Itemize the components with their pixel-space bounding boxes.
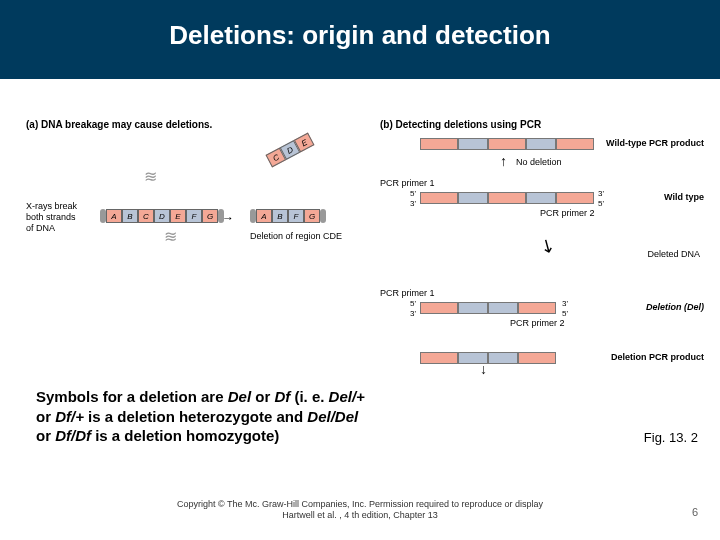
seg: A bbox=[256, 209, 272, 223]
barseg bbox=[458, 352, 488, 364]
barseg bbox=[488, 352, 518, 364]
end-3: 3' bbox=[410, 310, 416, 318]
barseg bbox=[458, 192, 488, 204]
t: Del bbox=[228, 388, 251, 405]
end-3: 3' bbox=[410, 200, 416, 208]
seg: D bbox=[154, 209, 170, 223]
barseg bbox=[420, 352, 458, 364]
barseg bbox=[420, 302, 458, 314]
seg: B bbox=[272, 209, 288, 223]
t: Df bbox=[274, 388, 290, 405]
no-deletion-label: No deletion bbox=[516, 157, 562, 167]
page-title: Deletions: origin and detection bbox=[0, 20, 720, 51]
seg: C bbox=[138, 209, 154, 223]
seg: A bbox=[106, 209, 122, 223]
seg: G bbox=[202, 209, 218, 223]
panel-b-label: (b) Detecting deletions using PCR bbox=[380, 119, 700, 130]
wt-template-bar bbox=[420, 192, 594, 204]
seg: F bbox=[186, 209, 202, 223]
primer2-label: PCR primer 2 bbox=[540, 208, 595, 218]
barseg bbox=[556, 192, 594, 204]
del-template-row: PCR primer 1 5' 3' 3' 5' Deletion (Del) … bbox=[380, 288, 700, 332]
primer2-label: PCR primer 2 bbox=[510, 318, 565, 328]
xray-caption: X-rays break both strands of DNA bbox=[26, 201, 77, 233]
t: or bbox=[36, 427, 55, 444]
end-3r: 3' bbox=[562, 300, 568, 308]
wt-product-bar bbox=[420, 138, 594, 150]
page-number: 6 bbox=[692, 506, 698, 518]
barseg bbox=[488, 302, 518, 314]
floating-deleted-segment: C D E bbox=[266, 133, 315, 168]
curved-arrow-icon: ↘ bbox=[536, 233, 560, 260]
barseg bbox=[518, 352, 556, 364]
barseg bbox=[458, 138, 488, 150]
symbols-paragraph: Symbols for a deletion are Del or Df (i.… bbox=[36, 387, 366, 446]
t: or bbox=[251, 388, 274, 405]
seg: G bbox=[304, 209, 320, 223]
barseg bbox=[488, 138, 526, 150]
end-5: 5' bbox=[410, 300, 416, 308]
primer1-label: PCR primer 1 bbox=[380, 288, 435, 298]
deleted-dna-label: Deleted DNA bbox=[647, 249, 700, 259]
wt-product-row: Wild-type PCR product bbox=[380, 138, 700, 158]
barseg bbox=[518, 302, 556, 314]
t: Df/Df bbox=[55, 427, 91, 444]
panel-a: (a) DNA breakage may cause deletions. X-… bbox=[26, 119, 356, 138]
t: Del/+ bbox=[329, 388, 365, 405]
t: Del/Del bbox=[307, 408, 358, 425]
arrow-right-icon: → bbox=[222, 211, 234, 225]
panel-a-label: (a) DNA breakage may cause deletions. bbox=[26, 119, 356, 130]
copyright-text: Copyright © The Mc. Graw-Hill Companies,… bbox=[110, 499, 610, 522]
t: is a deletion heterozygote and bbox=[84, 408, 307, 425]
telomere bbox=[320, 209, 326, 223]
barseg bbox=[420, 192, 458, 204]
barseg bbox=[458, 302, 488, 314]
barseg bbox=[488, 192, 526, 204]
wild-type-label: Wild type bbox=[664, 192, 704, 202]
content-area: (a) DNA breakage may cause deletions. X-… bbox=[0, 79, 720, 479]
t: Df/+ bbox=[55, 408, 84, 425]
break-zigzag-top: ≋ bbox=[144, 167, 157, 186]
figure-reference: Fig. 13. 2 bbox=[644, 430, 698, 445]
deletion-caption: Deletion of region CDE bbox=[250, 231, 342, 241]
del-product-bar bbox=[420, 352, 556, 364]
arrow-up-icon: ↑ bbox=[500, 153, 507, 169]
chromosome-full: A B C D E F G bbox=[100, 209, 224, 223]
wt-product-label: Wild-type PCR product bbox=[606, 138, 704, 148]
primer1-label: PCR primer 1 bbox=[380, 178, 435, 188]
t: is a deletion homozygote) bbox=[91, 427, 279, 444]
t: (i. e. bbox=[290, 388, 328, 405]
end-3r: 3' bbox=[598, 190, 604, 198]
seg: E bbox=[170, 209, 186, 223]
t: Symbols for a deletion are bbox=[36, 388, 228, 405]
deletion-label-text: Deletion (Del) bbox=[646, 302, 704, 312]
seg: F bbox=[288, 209, 304, 223]
end-5r: 5' bbox=[562, 310, 568, 318]
chromosome-deleted: A B F G bbox=[250, 209, 326, 223]
title-bar: Deletions: origin and detection bbox=[0, 0, 720, 79]
barseg bbox=[420, 138, 458, 150]
t: or bbox=[36, 408, 55, 425]
break-zigzag-bot: ≋ bbox=[164, 227, 177, 246]
barseg bbox=[556, 138, 594, 150]
end-5: 5' bbox=[410, 190, 416, 198]
seg: B bbox=[122, 209, 138, 223]
del-template-bar bbox=[420, 302, 556, 314]
deletion-label: Deletion (Del) bbox=[646, 302, 704, 312]
end-5r: 5' bbox=[598, 200, 604, 208]
barseg bbox=[526, 138, 556, 150]
barseg bbox=[526, 192, 556, 204]
panel-b: (b) Detecting deletions using PCR Wild-t… bbox=[380, 119, 700, 382]
wt-template-row: PCR primer 1 5' 3' 3' 5' Wild type PCR p… bbox=[380, 178, 700, 222]
del-product-row: Deletion PCR product bbox=[380, 352, 700, 372]
del-product-label: Deletion PCR product bbox=[611, 352, 704, 362]
